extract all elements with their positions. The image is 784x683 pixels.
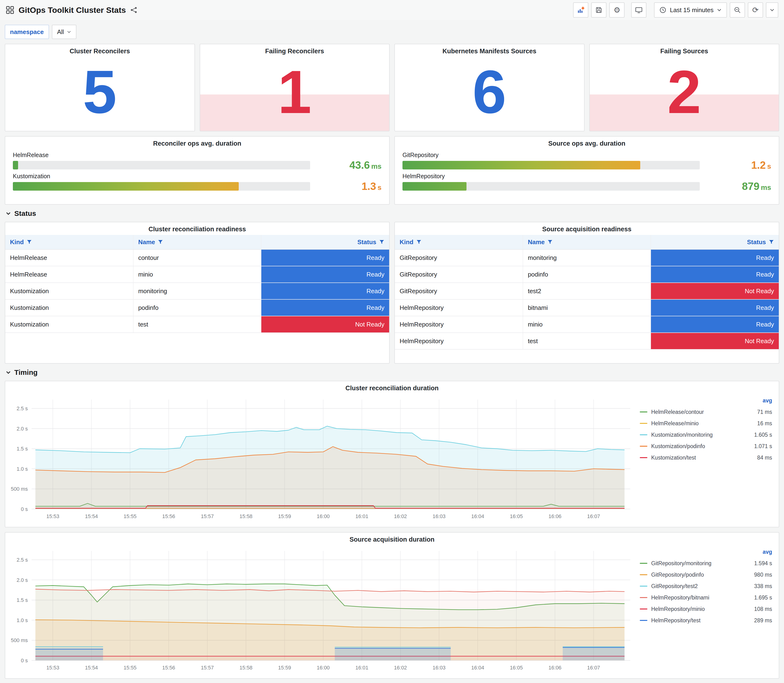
add-panel-button[interactable] [573,2,588,18]
legend-item[interactable]: HelmRepository/bitnami1.695 s [640,592,772,603]
svg-text:15:58: 15:58 [239,665,252,671]
legend-item[interactable]: Kustomization/test84 ms [640,452,772,463]
table-panel-cluster-readiness: Cluster reconciliation readiness KindNam… [5,222,390,364]
svg-text:16:06: 16:06 [548,513,561,519]
section-status[interactable]: Status [6,209,778,218]
gauge-value: 43.6ms [310,160,382,170]
legend-item[interactable]: GitRepository/monitoring1.594 s [640,558,772,569]
chevron-down-icon [6,370,11,375]
svg-text:16:03: 16:03 [433,665,446,671]
time-range-picker[interactable]: Last 15 minutes [654,2,727,18]
svg-text:16:02: 16:02 [394,665,407,671]
column-header-name[interactable]: Name [133,235,261,249]
bar-gauge: HelmRelease 43.6ms [13,152,382,170]
legend-item[interactable]: HelmRepository/minio108 ms [640,603,772,615]
legend-item[interactable]: Kustomization/podinfo1.071 s [640,441,772,452]
panel-title[interactable]: Source acquisition duration [5,532,779,545]
filter-funnel-icon[interactable] [27,239,32,245]
cycle-view-button[interactable] [631,2,646,18]
readiness-table: KindNameStatusHelmReleasecontourReadyHel… [5,235,389,333]
bar-gauge: GitRepository 1.2s [402,152,771,170]
svg-text:16:06: 16:06 [548,665,561,671]
table-row: GitRepositorypodinfoReady [395,266,779,283]
filter-funnel-icon[interactable] [158,239,163,245]
refresh-interval-button[interactable] [766,2,778,18]
share-icon[interactable] [130,6,137,14]
svg-text:15:54: 15:54 [85,665,98,671]
gauge-fill [402,182,467,191]
legend-item[interactable]: Kustomization/monitoring1.605 s [640,429,772,441]
svg-text:16:00: 16:00 [317,513,330,519]
gauge-label: GitRepository [402,152,771,159]
column-header-kind[interactable]: Kind [5,235,133,249]
status-badge: Ready [261,249,389,266]
gauge-fill [13,161,18,170]
filter-funnel-icon[interactable] [416,239,422,245]
series-name: HelmRepository/minio [651,606,705,612]
panel-title[interactable]: Failing Reconcilers [200,44,390,57]
zoom-out-time-button[interactable] [730,2,745,18]
series-avg-value: 71 ms [757,409,772,415]
gauge-track [402,161,700,170]
cell-name: test2 [523,283,651,299]
svg-text:1.5 s: 1.5 s [17,597,28,603]
panel-title[interactable]: Source acquisition readiness [395,222,779,235]
variable-value-dropdown[interactable]: All [52,25,76,39]
section-timing[interactable]: Timing [6,369,778,377]
column-header-status[interactable]: Status [261,235,389,249]
section-title: Status [14,209,36,218]
legend-item[interactable]: HelmRelease/contour71 ms [640,406,772,418]
filter-funnel-icon[interactable] [547,239,553,245]
save-dashboard-button[interactable] [591,2,606,18]
series-avg-value: 1.605 s [754,432,772,438]
chart-panel-reconciliation-duration: Cluster reconciliation duration 15:5315:… [5,381,779,527]
legend-item[interactable]: HelmRelease/minio16 ms [640,418,772,429]
series-color-dash [640,620,648,621]
svg-text:0 s: 0 s [21,657,28,664]
time-range-label: Last 15 minutes [670,6,713,14]
filter-funnel-icon[interactable] [379,239,385,245]
cell-name: contour [133,249,261,266]
panel-title[interactable]: Reconciler ops avg. duration [5,136,389,149]
cell-kind: Kustomization [5,299,133,316]
legend-item[interactable]: HelmRepository/test289 ms [640,615,772,626]
table-row: HelmRepositorytestNot Ready [395,333,779,350]
chevron-down-icon [67,30,71,34]
column-header-status[interactable]: Status [651,235,779,249]
column-header-name[interactable]: Name [523,235,651,249]
svg-text:16:02: 16:02 [394,513,407,519]
svg-text:16:04: 16:04 [471,665,484,671]
panel-title[interactable]: Failing Sources [590,44,779,57]
panel-title[interactable]: Cluster reconciliation readiness [5,222,389,235]
filter-funnel-icon[interactable] [769,239,774,245]
bar-gauge: Kustomization 1.3s [13,173,382,192]
panel-title[interactable]: Source ops avg. duration [395,136,779,149]
cell-name: monitoring [523,249,651,266]
series-name: Kustomization/monitoring [651,432,713,438]
panel-title[interactable]: Cluster reconciliation duration [5,381,779,394]
legend-avg-header: avg [640,395,772,406]
cell-name: minio [133,266,261,283]
gauge-value: 1.2s [700,160,771,170]
time-series-plot[interactable]: 15:5315:5415:5515:5615:5715:5815:5916:00… [5,394,635,521]
status-badge: Not Ready [261,316,389,333]
table-row: KustomizationmonitoringReady [5,283,389,299]
panel-title[interactable]: Cluster Reconcilers [5,44,194,57]
refresh-button[interactable]: ⟳ [748,2,763,18]
series-name: HelmRelease/minio [651,420,699,427]
series-avg-value: 84 ms [757,455,772,461]
template-variables-row: namespace All [5,25,779,39]
series-avg-value: 980 ms [754,572,772,578]
column-header-kind[interactable]: Kind [395,235,523,249]
table-row: GitRepositorymonitoringReady [395,249,779,266]
time-series-plot[interactable]: 15:5315:5415:5515:5615:5715:5815:5916:00… [5,545,635,673]
dashboard-settings-button[interactable]: ⚙ [609,2,625,18]
panel-title[interactable]: Kubernetes Manifests Sources [395,44,584,57]
legend-item[interactable]: GitRepository/podinfo980 ms [640,569,772,580]
svg-text:15:55: 15:55 [123,513,136,519]
legend-item[interactable]: GitRepository/test2338 ms [640,580,772,592]
cell-kind: HelmRepository [395,333,523,350]
top-bar: GitOps Toolkit Cluster Stats ⚙ [0,0,784,20]
cell-kind: Kustomization [5,283,133,299]
series-avg-value: 289 ms [754,617,772,624]
